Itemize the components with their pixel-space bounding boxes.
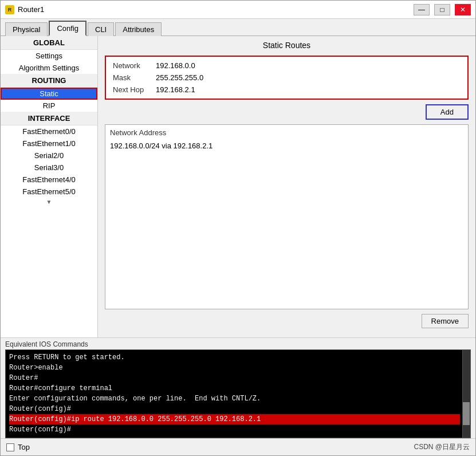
tab-physical[interactable]: Physical xyxy=(5,22,48,36)
terminal-line: Enter configuration commands, one per li… xyxy=(9,394,460,404)
sidebar-item-static[interactable]: Static xyxy=(1,88,97,100)
mask-value: 255.255.255.0 xyxy=(156,73,203,82)
terminal-line: Router>enable xyxy=(9,363,460,373)
sidebar-item-fe1[interactable]: FastEthernet1/0 xyxy=(1,137,97,150)
terminal-scrollbar[interactable] xyxy=(462,350,470,438)
sidebar-scroll-down[interactable]: ▼ xyxy=(1,198,97,206)
tab-cli[interactable]: CLI xyxy=(88,22,114,36)
nexthop-label: Next Hop xyxy=(113,85,156,94)
title-bar-left: R Router1 xyxy=(5,5,44,14)
sidebar-item-rip[interactable]: RIP xyxy=(1,100,97,112)
add-row: Add xyxy=(105,104,469,120)
mask-label: Mask xyxy=(113,73,156,82)
status-bar: Top CSDN @日星月云 xyxy=(1,438,475,455)
sidebar-item-fe5[interactable]: FastEthernet5/0 xyxy=(1,186,97,198)
terminal-box[interactable]: Press RETURN to get started.Router>enabl… xyxy=(5,349,471,438)
maximize-button[interactable]: □ xyxy=(434,4,450,15)
add-button[interactable]: Add xyxy=(426,104,469,120)
top-checkbox[interactable] xyxy=(6,443,14,451)
panel-title: Static Routes xyxy=(105,41,469,50)
status-left: Top xyxy=(6,443,30,451)
network-address-header: Network Address xyxy=(110,128,463,137)
title-controls: — □ ✕ xyxy=(414,4,471,15)
terminal-scrollbar-thumb[interactable] xyxy=(463,402,470,425)
terminal-line: Router(config)# xyxy=(9,424,460,435)
nexthop-row: Next Hop 192.168.2.1 xyxy=(113,85,461,94)
sidebar-item-fe4[interactable]: FastEthernet4/0 xyxy=(1,174,97,186)
mask-row: Mask 255.255.255.0 xyxy=(113,73,461,82)
terminal-line: Router(config)#ip route 192.168.0.0 255.… xyxy=(9,414,460,424)
terminal-line: Router# xyxy=(9,373,460,383)
tab-attributes[interactable]: Attributes xyxy=(115,22,162,36)
remove-button[interactable]: Remove xyxy=(422,314,469,328)
main-window: R Router1 — □ ✕ Physical Config CLI Attr… xyxy=(0,0,476,456)
network-address-table: Network Address 192.168.0.0/24 via 192.1… xyxy=(105,124,469,309)
network-value: 192.168.0.0 xyxy=(156,61,195,70)
network-address-row[interactable]: 192.168.0.0/24 via 192.168.2.1 xyxy=(110,140,463,151)
minimize-button[interactable]: — xyxy=(414,4,430,15)
tab-config[interactable]: Config xyxy=(49,21,86,36)
close-button[interactable]: ✕ xyxy=(455,4,471,15)
watermark: CSDN @日星月云 xyxy=(414,442,470,452)
tab-bar: Physical Config CLI Attributes xyxy=(1,19,475,36)
eos-commands-label: Equivalent IOS Commands xyxy=(5,340,471,348)
remove-row: Remove xyxy=(105,314,469,328)
sidebar-item-algorithm-settings[interactable]: Algorithm Settings xyxy=(1,62,97,74)
app-icon: R xyxy=(5,5,14,14)
bottom-section: Equivalent IOS Commands Press RETURN to … xyxy=(1,337,475,438)
sidebar-interface-header: INTERFACE xyxy=(1,112,97,125)
top-label: Top xyxy=(18,443,30,451)
terminal-line: Router#configure terminal xyxy=(9,383,460,394)
window-title: Router1 xyxy=(18,5,44,14)
network-label: Network xyxy=(113,61,156,70)
network-row: Network 192.168.0.0 xyxy=(113,61,461,70)
sidebar-item-fe0[interactable]: FastEthernet0/0 xyxy=(1,125,97,137)
title-bar: R Router1 — □ ✕ xyxy=(1,1,475,19)
right-panel: Static Routes Network 192.168.0.0 Mask 2… xyxy=(98,36,475,337)
sidebar-item-serial3[interactable]: Serial3/0 xyxy=(1,162,97,174)
terminal-line: Router(config)# xyxy=(9,404,460,414)
terminal-line: Press RETURN to get started. xyxy=(9,352,460,363)
sidebar-routing-header: ROUTING xyxy=(1,74,97,88)
main-content: GLOBAL Settings Algorithm Settings ROUTI… xyxy=(1,36,475,337)
static-routes-form: Network 192.168.0.0 Mask 255.255.255.0 N… xyxy=(105,56,469,100)
sidebar-item-settings[interactable]: Settings xyxy=(1,50,97,62)
sidebar: GLOBAL Settings Algorithm Settings ROUTI… xyxy=(1,36,98,337)
nexthop-value: 192.168.2.1 xyxy=(156,85,195,94)
sidebar-item-serial2[interactable]: Serial2/0 xyxy=(1,150,97,162)
sidebar-global-header: GLOBAL xyxy=(1,36,97,50)
